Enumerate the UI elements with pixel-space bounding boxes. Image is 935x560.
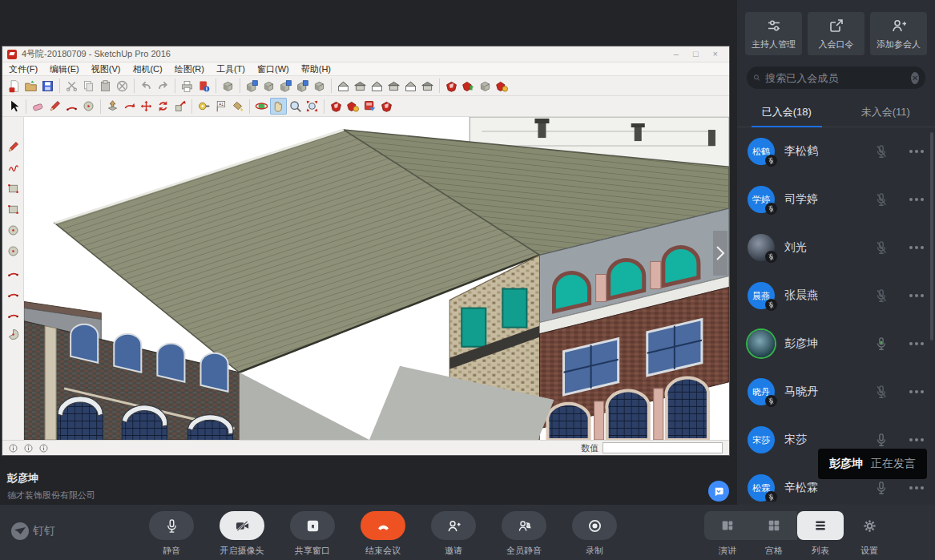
camera-toggle-button[interactable]: 开启摄像头: [220, 511, 264, 557]
record-button[interactable]: 录制: [572, 511, 617, 557]
component-option-2-icon[interactable]: [260, 78, 277, 95]
palette-freehand-icon[interactable]: [4, 159, 22, 176]
zoom-extents-icon[interactable]: [304, 98, 320, 115]
move-icon[interactable]: [138, 98, 155, 115]
model-info-icon[interactable]: [195, 78, 212, 95]
paste-icon[interactable]: [97, 78, 114, 95]
mic-idle-icon[interactable]: [874, 433, 889, 447]
sketchup-canvas[interactable]: [24, 117, 729, 440]
eraser-icon[interactable]: [30, 98, 46, 115]
meeting-code-button[interactable]: 入会口令: [808, 12, 864, 55]
invite-button[interactable]: 邀请: [431, 511, 476, 557]
collapse-panel-button[interactable]: [713, 231, 727, 276]
text-icon[interactable]: [212, 98, 229, 115]
more-options-button[interactable]: [909, 198, 924, 201]
sketchup-titlebar[interactable]: 4号院-20180709 - SketchUp Pro 2016 – □ ×: [2, 46, 729, 62]
print-icon[interactable]: [179, 78, 195, 95]
new-file-icon[interactable]: [6, 78, 22, 95]
mute-all-button[interactable]: 全员静音: [502, 511, 546, 557]
push-pull-icon[interactable]: [104, 98, 121, 115]
more-options-button[interactable]: [909, 246, 924, 249]
sign-in-icon[interactable]: [38, 442, 50, 454]
mic-muted-icon[interactable]: [874, 240, 889, 255]
clear-search-icon[interactable]: ✕: [911, 72, 919, 84]
component-option-5-icon[interactable]: [311, 78, 328, 95]
menu-item[interactable]: 文件(F): [9, 63, 38, 75]
cut-icon[interactable]: [63, 78, 80, 95]
menu-item[interactable]: 绘图(R): [175, 63, 204, 75]
line-icon[interactable]: [46, 98, 63, 115]
view-top-icon[interactable]: [385, 78, 402, 95]
share-model-icon[interactable]: [460, 78, 477, 95]
component-sampler-icon[interactable]: [477, 78, 494, 95]
component-option-1-icon[interactable]: [244, 78, 260, 95]
search-input[interactable]: [765, 72, 906, 84]
measurements-input[interactable]: [603, 442, 723, 453]
mic-muted-icon[interactable]: [874, 144, 889, 159]
host-manage-button[interactable]: 主持人管理: [745, 12, 802, 55]
palette-pie-icon[interactable]: [4, 325, 22, 343]
tape-measure-icon[interactable]: [195, 98, 212, 115]
3d-warehouse-icon[interactable]: [443, 78, 460, 95]
menu-item[interactable]: 工具(T): [216, 63, 245, 75]
circle-icon[interactable]: [80, 98, 97, 115]
palette-rectangle-icon[interactable]: [4, 179, 22, 197]
component-option-3-icon[interactable]: [277, 78, 294, 95]
view-left-icon[interactable]: [402, 78, 419, 95]
mic-muted-icon[interactable]: [874, 288, 889, 303]
open-file-icon[interactable]: [22, 78, 39, 95]
select-icon[interactable]: [6, 98, 22, 115]
more-options-button[interactable]: [909, 342, 924, 345]
send-to-layout-icon[interactable]: [361, 98, 378, 115]
close-button[interactable]: ×: [713, 50, 718, 58]
follow-me-icon[interactable]: [121, 98, 138, 115]
scrollbar[interactable]: [930, 132, 933, 340]
mic-active-icon[interactable]: [874, 336, 889, 351]
delete-icon[interactable]: [114, 78, 131, 95]
copy-icon[interactable]: [80, 78, 97, 95]
add-participant-button[interactable]: 添加参会人: [870, 12, 927, 55]
chat-button[interactable]: [708, 481, 729, 502]
end-meeting-button[interactable]: 结束会议: [361, 511, 405, 557]
view-iso-icon[interactable]: [335, 78, 352, 95]
more-options-button[interactable]: [909, 294, 924, 297]
warehouse-red-1-icon[interactable]: [328, 98, 345, 115]
maximize-button[interactable]: □: [693, 50, 699, 58]
mic-muted-icon[interactable]: [874, 385, 889, 399]
menu-item[interactable]: 视图(V): [91, 63, 121, 75]
view-back-icon[interactable]: [419, 78, 436, 95]
component-option-4-icon[interactable]: [294, 78, 311, 95]
view-grid-button[interactable]: 宫格: [751, 511, 797, 557]
palette-polygon-icon[interactable]: [4, 242, 22, 260]
menu-item[interactable]: 相机(C): [132, 63, 162, 75]
mic-idle-icon[interactable]: [874, 481, 889, 495]
more-options-button[interactable]: [909, 390, 924, 393]
view-home-icon[interactable]: [369, 78, 385, 95]
extension-warehouse-icon[interactable]: [494, 78, 510, 95]
geo-location-icon[interactable]: [7, 442, 19, 454]
view-speaker-button[interactable]: 演讲: [704, 511, 751, 557]
orbit-icon[interactable]: [253, 98, 270, 115]
credits-icon[interactable]: [22, 442, 34, 454]
minimize-button[interactable]: –: [674, 50, 679, 58]
menu-item[interactable]: 编辑(E): [50, 63, 79, 75]
redo-icon[interactable]: [155, 78, 171, 95]
make-component-icon[interactable]: [220, 78, 236, 95]
tab-joined[interactable]: 已入会(18): [737, 99, 836, 127]
undo-icon[interactable]: [138, 78, 155, 95]
palette-arc-icon[interactable]: [4, 263, 22, 280]
search-box[interactable]: ✕: [747, 66, 925, 89]
settings-button[interactable]: 设置: [848, 511, 890, 557]
tab-not-joined[interactable]: 未入会(11): [836, 99, 935, 127]
styles-icon[interactable]: [378, 98, 395, 115]
palette-3pt-arc-icon[interactable]: [4, 304, 22, 322]
menu-item[interactable]: 窗口(W): [257, 63, 289, 75]
zoom-icon[interactable]: [287, 98, 304, 115]
paint-bucket-icon[interactable]: [229, 98, 246, 115]
view-front-icon[interactable]: [352, 78, 369, 95]
share-window-button[interactable]: 共享窗口: [290, 511, 335, 557]
view-list-button[interactable]: 列表: [797, 511, 844, 557]
mic-muted-icon[interactable]: [874, 192, 889, 207]
pan-icon[interactable]: [270, 98, 287, 115]
palette-circle-icon[interactable]: [4, 221, 22, 239]
